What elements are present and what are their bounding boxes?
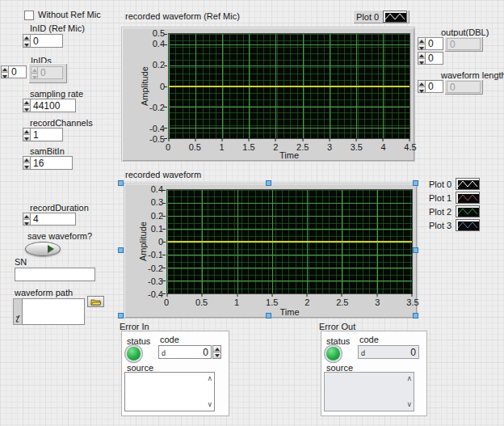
selection-handle[interactable] <box>413 247 418 253</box>
labview-front-panel: { "controls": { "without_ref_mic": {"lab… <box>0 0 504 426</box>
error-in-code-spinner[interactable] <box>212 345 221 359</box>
error-out-code-label: code <box>359 335 379 344</box>
y-tick-label: 0.4 <box>153 39 165 49</box>
selection-handle[interactable] <box>118 313 124 318</box>
waveform-graph[interactable]: Amplitude 0.40.30.20.10-0.1-0.2-0.3-0.4 … <box>124 183 418 318</box>
output-dbl-index-col[interactable]: 0 <box>426 52 443 65</box>
error-out-code-field: d 0 <box>358 345 419 359</box>
error-in-code-field[interactable]: d 0 <box>158 345 212 359</box>
output-dbl-index-row[interactable]: 0 <box>426 37 443 50</box>
graph-title: recorded waveform <box>125 170 201 179</box>
without-ref-mic-checkbox[interactable] <box>24 11 34 20</box>
error-in-code-value[interactable]: 0 <box>203 347 208 358</box>
y-tick-mark <box>164 107 167 108</box>
increment-decrement-icon[interactable] <box>23 99 31 112</box>
y-tick-mark <box>162 280 166 281</box>
gridline <box>167 268 412 268</box>
scroll-up-icon[interactable]: ∧ <box>406 375 412 382</box>
record-duration-control[interactable]: 4 <box>23 213 76 226</box>
sampling-rate-control[interactable]: 44100 <box>23 99 76 112</box>
increment-decrement-icon[interactable] <box>418 37 426 50</box>
sam-bit-in-control[interactable]: 16 <box>23 156 73 170</box>
legend-plot-name[interactable]: Plot 0 <box>429 179 452 189</box>
waveform-graph-ref-mic[interactable]: Amplitude 0.50.40.20-0.2-0.4-0.5 00.511.… <box>121 27 415 162</box>
selection-handle[interactable] <box>266 180 271 186</box>
selection-handle[interactable] <box>118 180 124 186</box>
legend-plot-name[interactable]: Plot 3 <box>429 221 452 230</box>
scroll-up-icon[interactable]: ∧ <box>207 375 212 382</box>
selection-handle[interactable] <box>413 180 418 186</box>
y-tick-mark <box>162 203 166 204</box>
plot-area[interactable] <box>168 33 410 139</box>
y-tick-label: -0.1 <box>148 250 163 259</box>
scroll-down-icon[interactable]: ∨ <box>406 401 412 408</box>
legend-plot-swatch-icon[interactable] <box>384 11 406 22</box>
output-dbl-index-row-control[interactable]: 0 <box>418 37 443 50</box>
y-axis-ticks: 0.50.40.20-0.2-0.4-0.5 <box>137 33 166 139</box>
waveform-length-index-control[interactable]: 0 <box>418 80 443 93</box>
sam-bit-in-value[interactable]: 16 <box>31 156 73 170</box>
y-tick-mark <box>162 216 166 217</box>
browse-button[interactable] <box>87 296 104 307</box>
x-tick-label: 3 <box>375 297 380 307</box>
error-in-source-field[interactable]: ∧ ∨ <box>124 372 215 411</box>
output-dbl-index-col-control[interactable]: 0 <box>418 52 443 65</box>
y-tick-label: 0.3 <box>151 197 163 207</box>
legend-plot-swatch-icon[interactable] <box>456 206 479 217</box>
inids-element-value[interactable]: 0 <box>38 66 63 79</box>
selection-handle[interactable] <box>266 313 271 318</box>
error-in-code-label: code <box>160 335 179 344</box>
error-out-cluster: status code d 0 source ∧ ∨ <box>321 331 427 416</box>
increment-decrement-icon[interactable] <box>23 34 31 48</box>
legend-plot-name[interactable]: Plot 0 <box>356 12 379 22</box>
y-tick-label: -0.5 <box>149 134 165 144</box>
plot-trace <box>169 86 410 87</box>
increment-decrement-icon[interactable] <box>1 65 9 78</box>
inid-ref-mic-label: InID (Ref Mic) <box>30 23 85 33</box>
legend-plot-swatch-icon[interactable] <box>456 192 479 203</box>
increment-decrement-icon[interactable] <box>23 213 31 226</box>
waveform-path-input[interactable] <box>22 298 85 325</box>
legend-plot-name[interactable]: Plot 2 <box>429 207 452 217</box>
x-tick-label: 0 <box>164 297 169 307</box>
selection-handle[interactable] <box>413 313 418 318</box>
scroll-down-icon[interactable]: ∨ <box>207 401 212 408</box>
gridline <box>169 65 410 66</box>
record-channels-value[interactable]: 1 <box>31 128 63 141</box>
graph-legend-ref-mic[interactable]: Plot 0 <box>353 10 410 23</box>
increment-decrement-icon[interactable] <box>23 156 31 170</box>
sampling-rate-value[interactable]: 44100 <box>31 99 76 112</box>
graph-legend[interactable]: Plot 0Plot 1Plot 2Plot 3 <box>429 179 479 230</box>
y-tick-mark <box>164 65 167 66</box>
x-tick-label: 0.5 <box>195 297 208 307</box>
selection-handle[interactable] <box>118 247 124 253</box>
inids-index-value[interactable]: 0 <box>9 65 27 78</box>
plot-area[interactable] <box>166 189 413 294</box>
increment-decrement-icon[interactable] <box>418 80 426 93</box>
record-channels-control[interactable]: 1 <box>23 128 63 141</box>
waveform-length-index[interactable]: 0 <box>426 80 443 93</box>
x-tick-label: 1 <box>234 297 239 307</box>
waveform-path-label: waveform path <box>15 288 73 297</box>
error-in-status-led[interactable] <box>127 347 141 361</box>
legend-plot-swatch-icon[interactable] <box>456 220 479 230</box>
inids-index-control[interactable]: 0 <box>1 65 27 78</box>
record-duration-value[interactable]: 4 <box>31 213 76 226</box>
error-out-status-led <box>326 347 340 361</box>
inid-ref-mic-control[interactable]: 0 <box>23 34 63 48</box>
error-in-status-label: status <box>127 336 150 346</box>
y-tick-mark <box>164 34 167 35</box>
without-ref-mic-label: Without Ref Mic <box>38 10 101 19</box>
increment-decrement-icon[interactable] <box>418 52 426 65</box>
legend-plot-swatch-icon[interactable] <box>456 179 479 189</box>
save-waveform-button[interactable] <box>25 242 61 256</box>
output-dbl-array-frame: 0 <box>444 36 483 52</box>
increment-decrement-icon[interactable] <box>23 128 31 141</box>
legend-plot-name[interactable]: Plot 1 <box>429 193 452 203</box>
record-channels-label: recordChannels <box>30 118 93 128</box>
sn-input[interactable] <box>15 268 95 281</box>
inids-element-control[interactable]: 0 <box>31 66 63 79</box>
inid-ref-mic-value[interactable]: 0 <box>31 34 63 48</box>
y-tick-label: 0.1 <box>151 224 163 234</box>
y-tick-mark <box>164 138 167 139</box>
